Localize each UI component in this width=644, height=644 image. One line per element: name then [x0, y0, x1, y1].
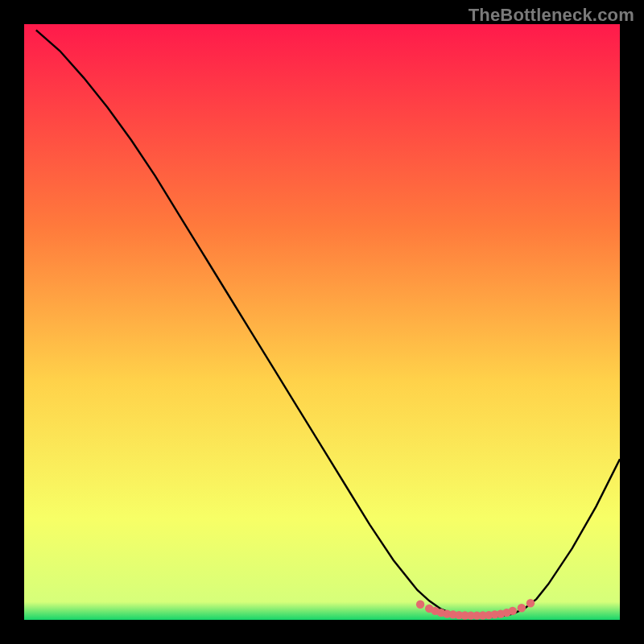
optimal-dot — [416, 601, 424, 609]
chart-stage: TheBottleneck.com — [0, 0, 644, 644]
gradient-background — [24, 24, 620, 620]
watermark-text: TheBottleneck.com — [469, 5, 634, 26]
optimal-dot — [518, 604, 526, 612]
plot-area — [24, 24, 620, 620]
optimal-dot — [509, 607, 517, 615]
optimal-dot — [526, 599, 535, 607]
bottleneck-chart — [24, 24, 620, 620]
